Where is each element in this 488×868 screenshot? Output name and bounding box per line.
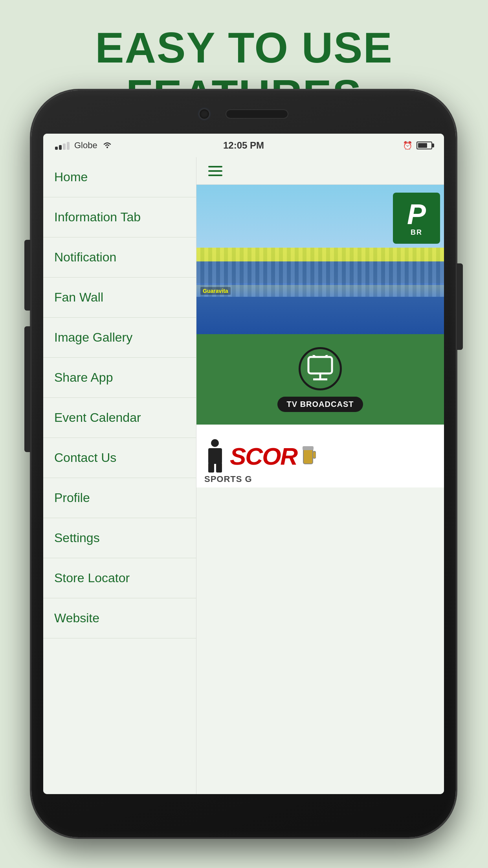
hamburger-button[interactable] bbox=[208, 166, 222, 176]
menu-item-image-gallery[interactable]: Image Gallery bbox=[43, 318, 196, 358]
person-icon bbox=[204, 438, 226, 474]
menu-item-contact-us[interactable]: Contact Us bbox=[43, 438, 196, 478]
menu-item-notification[interactable]: Notification bbox=[43, 237, 196, 278]
status-time: 12:05 PM bbox=[223, 140, 264, 151]
svg-rect-10 bbox=[303, 448, 313, 464]
menu-label-information-tab: Information Tab bbox=[54, 210, 141, 224]
menu-item-profile[interactable]: Profile bbox=[43, 478, 196, 518]
battery-fill bbox=[418, 143, 427, 148]
hamburger-line-1 bbox=[208, 166, 222, 167]
phone-shell: Globe 12:05 PM ⏰ bbox=[31, 90, 456, 837]
signal-bar-4 bbox=[67, 142, 70, 150]
svg-rect-11 bbox=[303, 446, 314, 450]
svg-point-0 bbox=[106, 147, 108, 148]
menu-label-store-locator: Store Locator bbox=[54, 571, 130, 585]
status-left: Globe bbox=[55, 140, 223, 151]
menu-item-store-locator[interactable]: Store Locator bbox=[43, 558, 196, 598]
menu-label-home: Home bbox=[54, 170, 88, 184]
phone-top-bar bbox=[145, 102, 342, 126]
menu-item-website[interactable]: Website bbox=[43, 598, 196, 638]
carrier-name: Globe bbox=[74, 140, 97, 151]
svg-rect-1 bbox=[308, 357, 332, 373]
team-logo: P BR bbox=[393, 193, 440, 244]
svg-rect-9 bbox=[216, 463, 222, 473]
menu-label-event-calendar: Event Calendar bbox=[54, 410, 141, 425]
menu-label-contact-us: Contact Us bbox=[54, 451, 116, 465]
phone-screen: Globe 12:05 PM ⏰ bbox=[43, 134, 444, 794]
menu-label-share-app: Share App bbox=[54, 370, 113, 384]
screen-content: Home Information Tab Notification Fan Wa… bbox=[43, 157, 444, 794]
app-header bbox=[196, 157, 444, 185]
stadium-seats: Guaravita bbox=[196, 248, 444, 334]
score-text: SCOR bbox=[230, 442, 297, 470]
tv-icon-circle bbox=[299, 347, 342, 390]
svg-point-6 bbox=[211, 439, 219, 447]
menu-label-settings: Settings bbox=[54, 531, 100, 545]
wifi-icon bbox=[102, 141, 112, 151]
team-logo-sub: BR bbox=[411, 228, 422, 237]
tv-icon bbox=[305, 355, 336, 383]
hamburger-line-3 bbox=[208, 175, 222, 176]
signal-bar-2 bbox=[59, 145, 62, 150]
tv-broadcast-section: TV BROADCAST bbox=[196, 334, 444, 425]
signal-bar-3 bbox=[63, 143, 66, 150]
menu-label-fan-wall: Fan Wall bbox=[54, 290, 103, 304]
menu-label-profile: Profile bbox=[54, 491, 90, 505]
alarm-icon: ⏰ bbox=[403, 141, 413, 150]
menu-item-event-calendar[interactable]: Event Calendar bbox=[43, 398, 196, 438]
status-right: ⏰ bbox=[264, 141, 432, 150]
menu-item-fan-wall[interactable]: Fan Wall bbox=[43, 278, 196, 318]
menu-item-information-tab[interactable]: Information Tab bbox=[43, 197, 196, 237]
menu-item-share-app[interactable]: Share App bbox=[43, 358, 196, 398]
beer-icon bbox=[300, 444, 316, 468]
hamburger-line-2 bbox=[208, 170, 222, 172]
tv-broadcast-label: TV BROADCAST bbox=[277, 397, 363, 412]
app-content: P BR Guaravita bbox=[196, 185, 444, 794]
score-section: SCOR SPORTS G bbox=[196, 425, 444, 487]
svg-rect-12 bbox=[313, 451, 316, 458]
app-panel: P BR Guaravita bbox=[196, 157, 444, 794]
team-logo-letter: P bbox=[407, 200, 426, 228]
front-camera bbox=[199, 108, 210, 120]
svg-rect-8 bbox=[208, 463, 214, 473]
menu-label-website: Website bbox=[54, 611, 99, 625]
menu-label-notification: Notification bbox=[54, 250, 116, 264]
battery-icon bbox=[416, 142, 432, 149]
score-container: SCOR SPORTS G bbox=[204, 425, 436, 487]
drawer-menu: Home Information Tab Notification Fan Wa… bbox=[43, 157, 196, 794]
svg-rect-7 bbox=[208, 448, 222, 464]
menu-label-image-gallery: Image Gallery bbox=[54, 330, 132, 344]
menu-item-home[interactable]: Home bbox=[43, 157, 196, 197]
status-bar: Globe 12:05 PM ⏰ bbox=[43, 134, 444, 157]
speaker-grille bbox=[226, 109, 288, 119]
sports-g-label: SPORTS G bbox=[204, 474, 252, 484]
menu-item-settings[interactable]: Settings bbox=[43, 518, 196, 558]
stadium-image: P BR Guaravita bbox=[196, 185, 444, 334]
signal-bars bbox=[55, 141, 70, 150]
signal-bar-1 bbox=[55, 147, 58, 150]
